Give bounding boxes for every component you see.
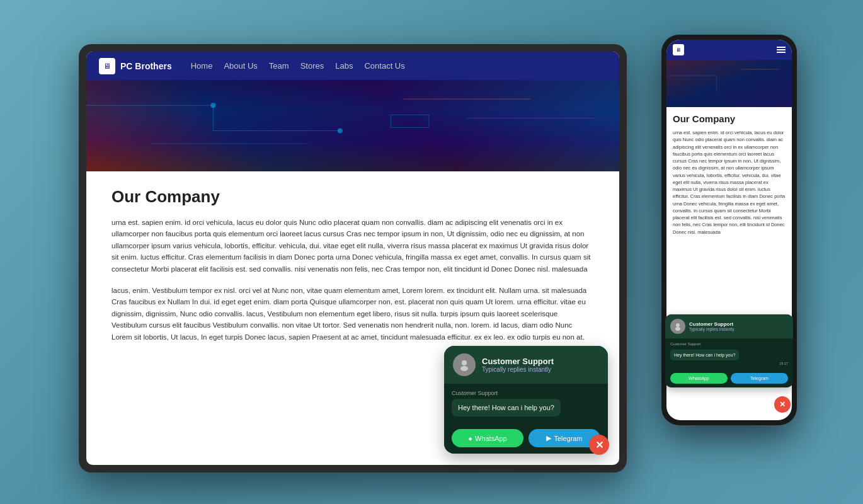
chat-subtitle: Typically replies instantly: [482, 366, 554, 373]
chat-header: Customer Support Typically replies insta…: [444, 346, 608, 384]
chat-bubble-area: Customer Support Hey there! How can i he…: [444, 384, 608, 423]
close-chat-button[interactable]: ✕: [589, 435, 609, 455]
svg-point-10: [460, 366, 468, 371]
brand-icon: 🖥: [99, 58, 115, 74]
nav-labs[interactable]: Labs: [335, 61, 353, 71]
paragraph-1: urna est. sapien enim. id orci vehicula,…: [111, 217, 594, 275]
phone-chat-title: Customer Support: [689, 321, 734, 327]
chat-sender-label: Customer Support: [452, 390, 600, 396]
svg-rect-8: [391, 115, 428, 127]
tablet-screen: 🖥 PC Brothers Home About Us Team Stores …: [86, 52, 619, 465]
tablet-device: 🖥 PC Brothers Home About Us Team Stores …: [79, 44, 627, 472]
svg-point-7: [338, 129, 343, 134]
svg-point-17: [675, 327, 680, 331]
nav-about[interactable]: About Us: [224, 61, 257, 71]
whatsapp-icon: ●: [468, 435, 472, 442]
chat-header-info: Customer Support Typically replies insta…: [482, 357, 554, 373]
nav-team[interactable]: Team: [269, 61, 289, 71]
chat-widget: Customer Support Typically replies insta…: [444, 346, 608, 454]
phone-device: 🖥: [661, 35, 797, 425]
svg-rect-12: [666, 60, 792, 107]
phone-paragraph-1: urna est. sapien enim. id orci vehicula,…: [673, 129, 786, 236]
chat-avatar: [453, 353, 476, 376]
nav-home[interactable]: Home: [191, 61, 213, 71]
telegram-icon: ▶: [546, 434, 551, 442]
navbar: 🖥 PC Brothers Home About Us Team Stores …: [86, 52, 619, 80]
whatsapp-button[interactable]: ● WhatsApp: [452, 429, 523, 447]
page-title: Our Company: [111, 187, 594, 207]
svg-point-16: [676, 323, 680, 327]
chat-buttons: ● WhatsApp ▶ Telegram: [444, 423, 608, 454]
svg-point-9: [462, 360, 467, 365]
phone-chat-bubble-area: Customer Support Hey there! How can i he…: [666, 338, 792, 369]
phone-chat-bubble: Hey there! How can i help you?: [670, 350, 739, 360]
brand-name: PC Brothers: [120, 61, 172, 71]
svg-point-6: [210, 103, 215, 108]
scene: 🖥 PC Brothers Home About Us Team Stores …: [54, 25, 809, 479]
chat-bubble: Hey there! How can i help you?: [452, 399, 561, 416]
phone-whatsapp-button[interactable]: WhatsApp: [670, 373, 728, 384]
paragraph-2: lacus, enim. Vestibulum tempor ex nisl. …: [111, 285, 594, 343]
chat-title: Customer Support: [482, 357, 554, 366]
nav-contact[interactable]: Contact Us: [364, 61, 404, 71]
phone-chat-sender: Customer Support: [670, 342, 788, 346]
hamburger-menu[interactable]: [777, 47, 786, 53]
phone-chat-info: Customer Support Typically replies insta…: [689, 321, 734, 331]
phone-chat-subtitle: Typically replies instantly: [689, 327, 734, 331]
phone-chat-header: Customer Support Typically replies insta…: [666, 314, 792, 338]
nav-links: Home About Us Team Stores Labs Contact U…: [191, 61, 405, 71]
phone-chat-avatar: [670, 319, 685, 334]
phone-hero-svg: [666, 60, 792, 107]
phone-page-title: Our Company: [673, 113, 786, 124]
hero-decoration: [86, 80, 619, 171]
phone-telegram-button[interactable]: Telegram: [731, 373, 788, 384]
phone-screen: 🖥: [666, 40, 792, 420]
phone-chat-time: 15:17: [670, 362, 788, 365]
hero-image: [86, 80, 619, 171]
phone-navbar: 🖥: [666, 40, 792, 60]
phone-chat-widget: Customer Support Typically replies insta…: [666, 314, 792, 387]
phone-hero: [666, 60, 792, 107]
nav-stores[interactable]: Stores: [300, 61, 324, 71]
brand: 🖥 PC Brothers: [99, 58, 172, 74]
phone-brand-icon: 🖥: [673, 44, 684, 55]
phone-close-chat-button[interactable]: ✕: [774, 396, 791, 413]
phone-chat-buttons: WhatsApp Telegram: [666, 369, 792, 387]
